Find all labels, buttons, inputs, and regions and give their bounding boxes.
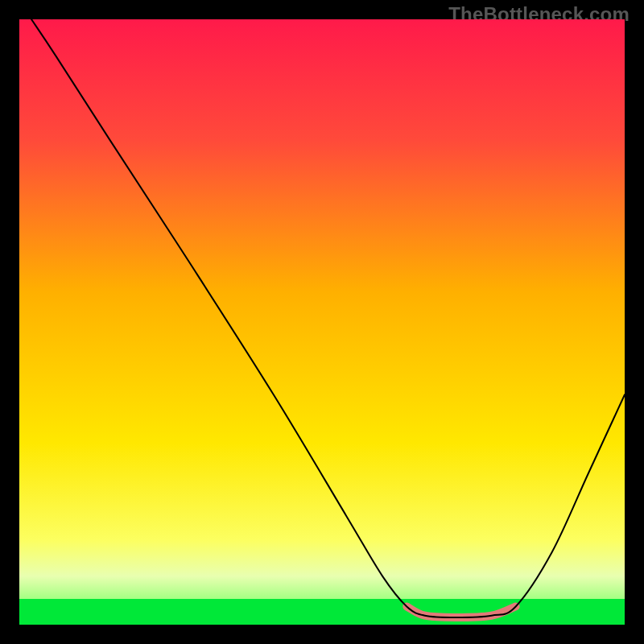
plot-area [19,19,625,625]
curve-svg [19,19,625,625]
bottleneck-curve-path [31,19,625,617]
chart-canvas: TheBottleneck.com [0,0,644,644]
